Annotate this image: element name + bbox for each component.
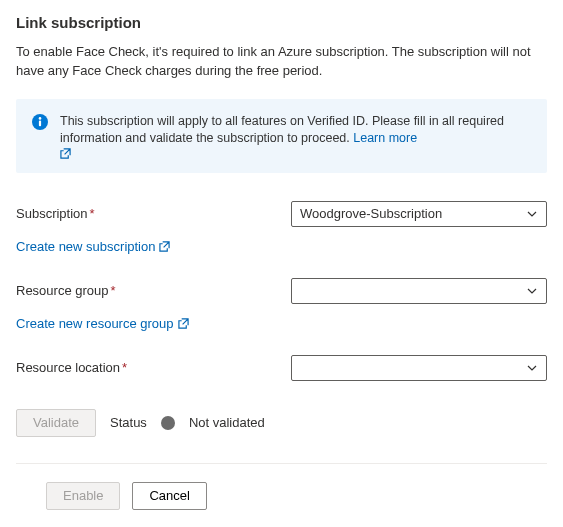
info-message: This subscription will apply to all feat…: [60, 114, 504, 146]
resource-group-select[interactable]: [291, 278, 547, 304]
svg-rect-2: [39, 120, 41, 126]
subscription-value: Woodgrove-Subscription: [300, 206, 442, 221]
divider: [16, 463, 547, 464]
chevron-down-icon: [526, 362, 538, 374]
cancel-button[interactable]: Cancel: [132, 482, 206, 510]
info-icon: [32, 114, 48, 130]
required-asterisk: *: [122, 360, 127, 375]
info-text: This subscription will apply to all feat…: [60, 113, 531, 159]
external-link-icon: [159, 241, 170, 252]
resource-location-label: Resource location*: [16, 360, 291, 375]
info-banner: This subscription will apply to all feat…: [16, 99, 547, 173]
status-label: Status: [110, 415, 147, 430]
subscription-select[interactable]: Woodgrove-Subscription: [291, 201, 547, 227]
intro-text: To enable Face Check, it's required to l…: [16, 43, 547, 81]
resource-location-row: Resource location*: [16, 355, 547, 381]
svg-point-1: [39, 117, 42, 120]
footer-buttons: Enable Cancel: [16, 482, 547, 510]
create-subscription-link[interactable]: Create new subscription: [16, 239, 170, 254]
validate-row: Validate Status Not validated: [16, 409, 547, 437]
chevron-down-icon: [526, 208, 538, 220]
chevron-down-icon: [526, 285, 538, 297]
external-link-icon: [178, 318, 189, 329]
subscription-label: Subscription*: [16, 206, 291, 221]
page-title: Link subscription: [16, 14, 547, 31]
validate-button[interactable]: Validate: [16, 409, 96, 437]
required-asterisk: *: [90, 206, 95, 221]
create-resource-group-link[interactable]: Create new resource group: [16, 316, 189, 331]
resource-group-row: Resource group*: [16, 278, 547, 304]
enable-button[interactable]: Enable: [46, 482, 120, 510]
status-indicator-icon: [161, 416, 175, 430]
external-link-icon: [60, 148, 531, 159]
resource-location-select[interactable]: [291, 355, 547, 381]
required-asterisk: *: [111, 283, 116, 298]
status-text: Not validated: [189, 415, 265, 430]
resource-group-label: Resource group*: [16, 283, 291, 298]
subscription-row: Subscription* Woodgrove-Subscription: [16, 201, 547, 227]
